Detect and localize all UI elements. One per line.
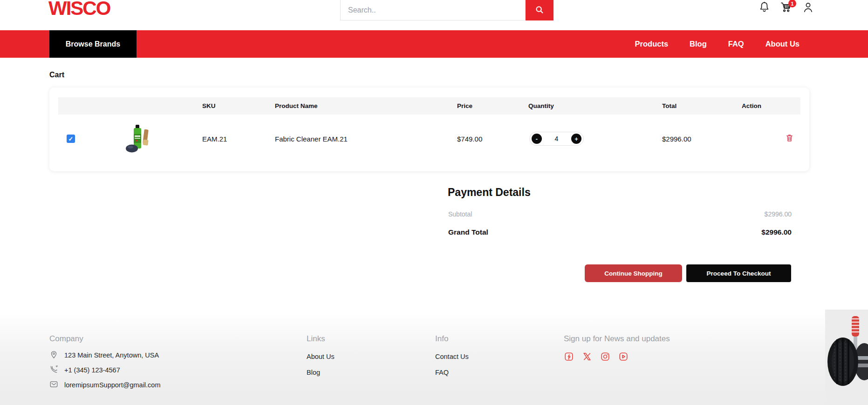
phone-icon: [49, 365, 58, 375]
item-total: $2996.00: [662, 135, 742, 143]
footer-company-title: Company: [49, 334, 83, 344]
search-button[interactable]: [526, 0, 554, 20]
facebook-icon[interactable]: [564, 351, 574, 362]
notifications-button[interactable]: [758, 1, 771, 15]
continue-shopping-button[interactable]: Continue Shopping: [585, 264, 682, 282]
mail-icon: [49, 380, 58, 390]
item-sku: EAM.21: [202, 135, 275, 143]
brand-logo[interactable]: WISCO: [48, 0, 110, 20]
col-price: Price: [457, 102, 528, 109]
social-icons: [564, 351, 629, 362]
footer-email[interactable]: loremipsumSupport@gmail.com: [49, 380, 161, 390]
payment-details-title: Payment Details: [448, 186, 531, 199]
footer-phone-text: +1 (345) 123-4567: [64, 366, 120, 374]
footer-address: 123 Main Street, Anytown, USA: [49, 350, 159, 360]
item-checkbox[interactable]: ✓: [67, 135, 75, 143]
nav-link-products[interactable]: Products: [635, 40, 669, 48]
location-pin-icon: [49, 350, 58, 360]
nav-link-blog[interactable]: Blog: [690, 40, 707, 48]
x-icon[interactable]: [582, 351, 592, 362]
account-button[interactable]: [801, 1, 814, 15]
header-icons: [758, 1, 814, 15]
footer: Company 123 Main Street, Anytown, USA +1…: [0, 315, 868, 405]
quantity-decrease-button[interactable]: -: [532, 134, 542, 144]
col-sku: SKU: [202, 102, 275, 109]
remove-item-button[interactable]: [742, 133, 800, 144]
youtube-icon[interactable]: [618, 351, 629, 362]
item-name: Fabric Cleaner EAM.21: [275, 135, 457, 143]
col-quantity: Quantity: [528, 102, 662, 109]
page-title: Cart: [49, 71, 64, 79]
footer-phone[interactable]: +1 (345) 123-4567: [49, 365, 120, 375]
footer-link-faq[interactable]: FAQ: [435, 369, 449, 376]
quantity-value: 4: [555, 135, 559, 142]
table-row: ✓ EAM.21 Fabric Cleaner EAM.21 $749.00: [58, 115, 800, 163]
col-action: Action: [742, 102, 800, 109]
browse-brands-button[interactable]: Browse Brands: [49, 30, 137, 58]
nav-link-faq[interactable]: FAQ: [728, 40, 744, 48]
item-price: $749.00: [457, 135, 528, 143]
col-product-name: Product Name: [275, 102, 457, 109]
footer-link-blog[interactable]: Blog: [307, 369, 320, 376]
trash-icon: [785, 133, 794, 144]
grand-total-label: Grand Total: [448, 228, 488, 236]
subtotal-row: Subtotal $2996.00: [448, 210, 792, 218]
footer-email-text: loremipsumSupport@gmail.com: [64, 381, 161, 389]
search-input[interactable]: [340, 0, 526, 20]
grand-total-value: $2996.00: [761, 228, 792, 236]
subtotal-label: Subtotal: [448, 210, 472, 218]
footer-link-contact[interactable]: Contact Us: [435, 353, 469, 360]
nav-link-about[interactable]: About Us: [765, 40, 800, 48]
quantity-increase-button[interactable]: +: [571, 134, 581, 144]
footer-address-text: 123 Main Street, Anytown, USA: [64, 351, 159, 359]
instagram-icon[interactable]: [600, 351, 610, 362]
user-icon: [802, 1, 814, 15]
footer-info-title: Info: [435, 334, 448, 344]
col-total: Total: [662, 102, 742, 109]
tire-suspension-image: [825, 310, 868, 405]
quantity-stepper: - 4 +: [529, 132, 584, 146]
cart-card: SKU Product Name Price Quantity Total Ac…: [49, 88, 809, 171]
cart-page: WISCO 1 Browse Brands Pro: [0, 0, 868, 405]
grand-total-row: Grand Total $2996.00: [448, 228, 792, 236]
footer-link-about[interactable]: About Us: [307, 353, 335, 360]
footer-signup-title: Sign up for News and updates: [564, 334, 670, 344]
footer-links-title: Links: [307, 334, 325, 344]
search-icon: [534, 5, 545, 16]
product-image: [126, 124, 152, 153]
proceed-to-checkout-button[interactable]: Proceed To Checkout: [686, 264, 791, 282]
subtotal-value: $2996.00: [765, 210, 792, 218]
search-bar: [340, 0, 554, 20]
bell-icon: [758, 1, 771, 15]
nav-links: Products Blog FAQ About Us: [635, 30, 800, 58]
main-navbar: Browse Brands Products Blog FAQ About Us: [0, 30, 868, 58]
table-header: SKU Product Name Price Quantity Total Ac…: [58, 97, 800, 115]
